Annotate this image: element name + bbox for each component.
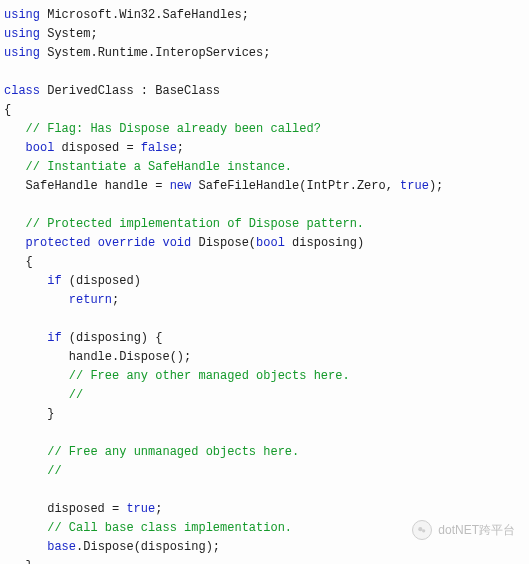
code-block: using Microsoft.Win32.SafeHandles; using… bbox=[0, 0, 529, 564]
